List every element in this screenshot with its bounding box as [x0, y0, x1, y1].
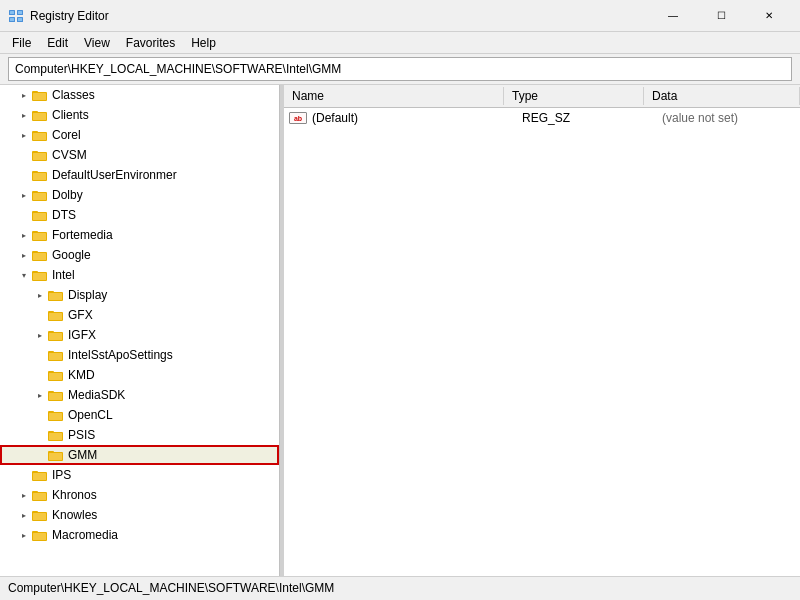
- tree-item-mediasdk[interactable]: ▸ MediaSDK: [0, 385, 279, 405]
- expand-arrow-khronos[interactable]: ▸: [16, 487, 32, 503]
- reg-type-default: REG_SZ: [522, 111, 662, 125]
- tree-label-clients: Clients: [52, 108, 89, 122]
- column-headers: Name Type Data: [284, 85, 800, 108]
- expand-arrow-knowles[interactable]: ▸: [16, 507, 32, 523]
- tree-label-fortemedia: Fortemedia: [52, 228, 113, 242]
- tree-item-khronos[interactable]: ▸ Khronos: [0, 485, 279, 505]
- folder-icon-gfx: [48, 307, 64, 323]
- expand-arrow-display[interactable]: ▸: [32, 287, 48, 303]
- svg-rect-64: [49, 453, 62, 460]
- tree-label-google: Google: [52, 248, 91, 262]
- tree-item-dolby[interactable]: ▸ Dolby: [0, 185, 279, 205]
- tree-item-classes[interactable]: ▸ Classes: [0, 85, 279, 105]
- menu-file[interactable]: File: [4, 34, 39, 52]
- expand-arrow-macromedia[interactable]: ▸: [16, 527, 32, 543]
- registry-entries: ab (Default) REG_SZ (value not set): [284, 108, 800, 128]
- tree-item-corel[interactable]: ▸ Corel: [0, 125, 279, 145]
- folder-icon-ips: [32, 467, 48, 483]
- folder-icon-intelsstapossettings: [48, 347, 64, 363]
- tree-item-google[interactable]: ▸ Google: [0, 245, 279, 265]
- tree-item-psis[interactable]: PSIS: [0, 425, 279, 445]
- svg-rect-67: [33, 473, 46, 480]
- folder-icon-cvsm: [32, 147, 48, 163]
- right-panel: Name Type Data ab (Default) REG_SZ (valu…: [284, 85, 800, 576]
- maximize-button[interactable]: ☐: [698, 4, 744, 28]
- col-header-data[interactable]: Data: [644, 87, 800, 105]
- folder-icon-opencl: [48, 407, 64, 423]
- expand-arrow-fortemedia[interactable]: ▸: [16, 227, 32, 243]
- svg-rect-76: [33, 533, 46, 540]
- tree-item-opencl[interactable]: OpenCL: [0, 405, 279, 425]
- tree-label-dts: DTS: [52, 208, 76, 222]
- collapse-arrow-intel[interactable]: ▾: [16, 267, 32, 283]
- tree-item-gmm[interactable]: GMM: [0, 445, 279, 465]
- svg-rect-31: [33, 233, 46, 240]
- no-arrow-opencl: [32, 407, 48, 423]
- folder-icon-knowles: [32, 507, 48, 523]
- folder-icon-google: [32, 247, 48, 263]
- window-title: Registry Editor: [30, 9, 109, 23]
- close-button[interactable]: ✕: [746, 4, 792, 28]
- status-text: Computer\HKEY_LOCAL_MACHINE\SOFTWARE\Int…: [8, 581, 334, 595]
- svg-rect-46: [49, 333, 62, 340]
- svg-rect-7: [18, 18, 22, 21]
- tree-item-defaultuserenv[interactable]: DefaultUserEnvironmer: [0, 165, 279, 185]
- expand-arrow-dolby[interactable]: ▸: [16, 187, 32, 203]
- expand-arrow-clients[interactable]: ▸: [16, 107, 32, 123]
- tree-label-gmm: GMM: [68, 448, 97, 462]
- folder-icon-fortemedia: [32, 227, 48, 243]
- no-arrow-defaultuserenv: [16, 167, 32, 183]
- tree-label-display: Display: [68, 288, 107, 302]
- tree-item-cvsm[interactable]: CVSM: [0, 145, 279, 165]
- folder-icon-macromedia: [32, 527, 48, 543]
- expand-arrow-classes[interactable]: ▸: [16, 87, 32, 103]
- menu-edit[interactable]: Edit: [39, 34, 76, 52]
- svg-rect-40: [49, 293, 62, 300]
- svg-rect-73: [33, 513, 46, 520]
- tree-item-igfx[interactable]: ▸ IGFX: [0, 325, 279, 345]
- menu-help[interactable]: Help: [183, 34, 224, 52]
- tree-item-gfx[interactable]: GFX: [0, 305, 279, 325]
- tree-label-igfx: IGFX: [68, 328, 96, 342]
- expand-arrow-google[interactable]: ▸: [16, 247, 32, 263]
- col-header-type[interactable]: Type: [504, 87, 644, 105]
- expand-arrow-mediasdk[interactable]: ▸: [32, 387, 48, 403]
- expand-arrow-igfx[interactable]: ▸: [32, 327, 48, 343]
- tree-item-knowles[interactable]: ▸ Knowles: [0, 505, 279, 525]
- status-bar: Computer\HKEY_LOCAL_MACHINE\SOFTWARE\Int…: [0, 576, 800, 598]
- address-bar[interactable]: Computer\HKEY_LOCAL_MACHINE\SOFTWARE\Int…: [8, 57, 792, 81]
- tree-item-ips[interactable]: IPS: [0, 465, 279, 485]
- svg-rect-55: [49, 393, 62, 400]
- tree-label-classes: Classes: [52, 88, 95, 102]
- tree-item-fortemedia[interactable]: ▸ Fortemedia: [0, 225, 279, 245]
- no-arrow-intelsstapossettings: [32, 347, 48, 363]
- tree-item-intelsstapossettings[interactable]: IntelSstApoSettings: [0, 345, 279, 365]
- tree-item-intel[interactable]: ▾ Intel: [0, 265, 279, 285]
- folder-icon-classes: [32, 87, 48, 103]
- tree-item-clients[interactable]: ▸ Clients: [0, 105, 279, 125]
- tree-label-macromedia: Macromedia: [52, 528, 118, 542]
- menu-favorites[interactable]: Favorites: [118, 34, 183, 52]
- no-arrow-ips: [16, 467, 32, 483]
- tree-label-intel: Intel: [52, 268, 75, 282]
- folder-icon-gmm: [48, 447, 64, 463]
- minimize-button[interactable]: —: [650, 4, 696, 28]
- tree-item-dts[interactable]: DTS: [0, 205, 279, 225]
- col-header-name[interactable]: Name: [284, 87, 504, 105]
- no-arrow-gmm: [32, 447, 48, 463]
- svg-rect-58: [49, 413, 62, 420]
- main-content: ▸ Classes ▸ Clients ▸ Corel CVSM De: [0, 84, 800, 576]
- menu-bar: File Edit View Favorites Help: [0, 32, 800, 54]
- tree-label-corel: Corel: [52, 128, 81, 142]
- tree-item-macromedia[interactable]: ▸ Macromedia: [0, 525, 279, 545]
- svg-rect-43: [49, 313, 62, 320]
- reg-entry-default[interactable]: ab (Default) REG_SZ (value not set): [284, 108, 800, 128]
- tree-panel[interactable]: ▸ Classes ▸ Clients ▸ Corel CVSM De: [0, 85, 280, 576]
- tree-item-display[interactable]: ▸ Display: [0, 285, 279, 305]
- tree-item-kmd[interactable]: KMD: [0, 365, 279, 385]
- tree-label-intelsstapossettings: IntelSstApoSettings: [68, 348, 173, 362]
- menu-view[interactable]: View: [76, 34, 118, 52]
- expand-arrow-corel[interactable]: ▸: [16, 127, 32, 143]
- tree-label-mediasdk: MediaSDK: [68, 388, 125, 402]
- app-icon: [8, 8, 24, 24]
